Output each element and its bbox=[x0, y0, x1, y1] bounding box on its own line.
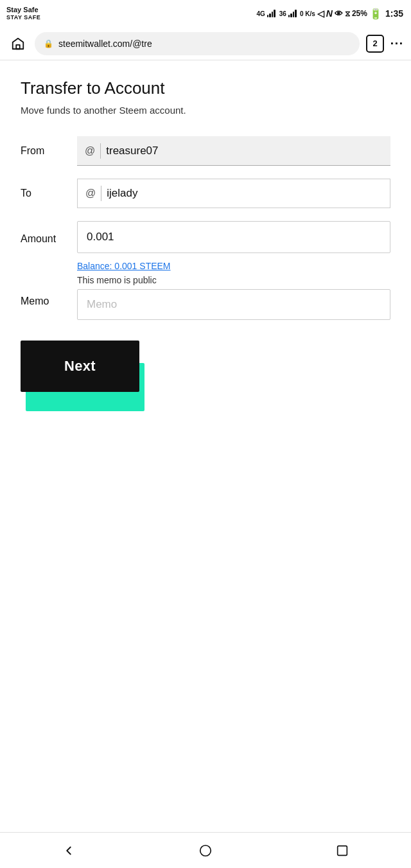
home-nav-icon bbox=[198, 844, 213, 858]
amount-section: Amount Balance: 0.001 STEEM This memo is… bbox=[21, 221, 390, 285]
svg-point-1 bbox=[200, 845, 211, 856]
url-text: steemitwallet.com/@tre bbox=[58, 39, 152, 49]
signal-4g-label: 4G bbox=[256, 10, 265, 17]
to-at-sign: @ bbox=[85, 188, 96, 199]
to-label: To bbox=[21, 188, 67, 199]
lock-icon: 🔒 bbox=[44, 39, 53, 48]
signal-bars-2 bbox=[288, 10, 297, 17]
at-divider-to bbox=[101, 186, 101, 201]
at-divider-from bbox=[100, 143, 101, 159]
memo-placeholder: Memo bbox=[87, 298, 117, 311]
page-content: Transfer to Account Move funds to anothe… bbox=[0, 60, 411, 832]
send-icon: ◁ bbox=[317, 8, 324, 19]
time-display: 1:35 bbox=[385, 8, 403, 19]
home-button[interactable] bbox=[8, 33, 28, 54]
next-button[interactable]: Next bbox=[21, 341, 139, 392]
address-bar[interactable]: 🔒 steemitwallet.com/@tre bbox=[35, 32, 360, 55]
memo-input-wrapper[interactable]: Memo bbox=[77, 289, 390, 320]
from-input-wrapper: @ treasure07 bbox=[77, 136, 390, 166]
svg-rect-0 bbox=[16, 44, 20, 48]
back-icon bbox=[62, 844, 76, 858]
from-at-sign: @ bbox=[85, 145, 95, 157]
home-icon bbox=[11, 37, 25, 51]
data-speed: 0 K/s bbox=[300, 10, 315, 17]
amount-label: Amount bbox=[21, 233, 67, 245]
nav-bar bbox=[0, 832, 411, 868]
amount-input-wrapper[interactable] bbox=[77, 221, 390, 253]
menu-button[interactable]: ⋮ bbox=[390, 37, 403, 50]
home-nav-button[interactable] bbox=[190, 835, 221, 866]
to-row: To @ ijelady bbox=[21, 179, 390, 208]
next-button-container: Next bbox=[21, 341, 144, 411]
page-subtitle: Move funds to another Steem account. bbox=[21, 105, 390, 116]
memo-label: Memo bbox=[21, 289, 67, 307]
to-value: ijelady bbox=[107, 187, 382, 200]
carrier-sub: STAY SAFE bbox=[6, 14, 40, 22]
recents-button[interactable] bbox=[327, 835, 358, 866]
status-icons: 4G 36 0 K/s ◁ N 👁 ⧖ 25% 🔋 1:35 bbox=[256, 8, 403, 20]
from-label: From bbox=[21, 145, 67, 157]
eye-icon: 👁 bbox=[335, 9, 343, 19]
recents-icon bbox=[335, 844, 349, 858]
battery-percent: 25% bbox=[352, 9, 367, 18]
status-bar: Stay Safe STAY SAFE 4G 36 0 K/s ◁ N 👁 ⧖ … bbox=[0, 0, 411, 27]
tab-count[interactable]: 2 bbox=[366, 35, 384, 53]
carrier-info: Stay Safe STAY SAFE bbox=[6, 5, 40, 22]
memo-public-text: This memo is public bbox=[77, 275, 390, 285]
page-title: Transfer to Account bbox=[21, 78, 390, 98]
from-value: treasure07 bbox=[106, 145, 383, 157]
memo-row: Memo Memo bbox=[21, 289, 390, 320]
battery-icon: 🔋 bbox=[369, 8, 382, 20]
n-icon: N bbox=[326, 8, 333, 19]
balance-link[interactable]: Balance: 0.001 STEEM bbox=[77, 261, 390, 271]
to-input-wrapper[interactable]: @ ijelady bbox=[77, 179, 390, 208]
svg-rect-2 bbox=[338, 846, 347, 855]
signal-36-label: 36 bbox=[279, 10, 286, 17]
bluetooth-icon: ⧖ bbox=[345, 9, 350, 18]
carrier-name: Stay Safe bbox=[6, 5, 40, 14]
from-row: From @ treasure07 bbox=[21, 136, 390, 166]
signal-bars-1 bbox=[267, 10, 275, 17]
amount-input[interactable] bbox=[87, 231, 381, 244]
browser-bar: 🔒 steemitwallet.com/@tre 2 ⋮ bbox=[0, 27, 411, 60]
back-button[interactable] bbox=[53, 835, 84, 866]
